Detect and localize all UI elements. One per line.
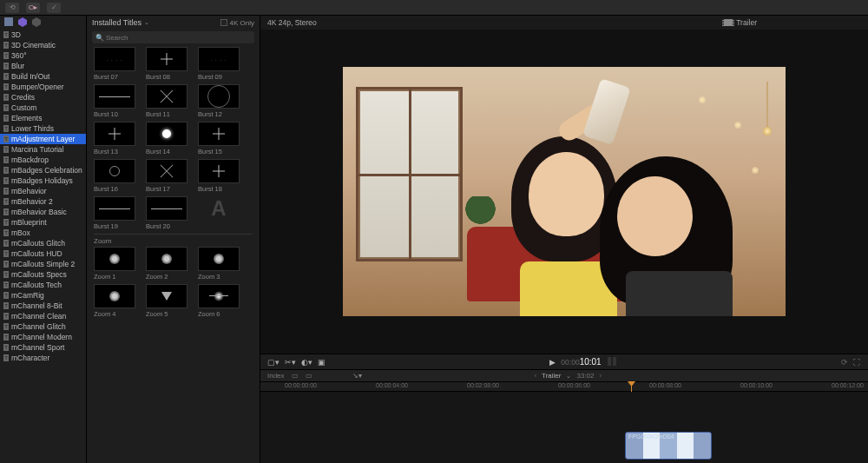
timeline-tool-icon-2[interactable]: ▭ (306, 372, 312, 380)
sidebar-item[interactable]: TmCallouts Tech (0, 280, 86, 290)
sidebar-item-label: mCallouts Glitch (11, 239, 65, 248)
sidebar-item[interactable]: TmBox (0, 228, 86, 238)
timecode-display[interactable]: 00:0010:01 (561, 357, 601, 367)
sidebar-item[interactable]: TmBackdrop (0, 155, 86, 165)
viewer-project-label: Trailer (736, 18, 757, 27)
sidebar-item[interactable]: TCredits (0, 92, 86, 103)
thumbnail[interactable]: Zoom 5 (146, 284, 187, 318)
sidebar-item[interactable]: TmCharacter (0, 353, 86, 363)
keyword-button[interactable]: O▸ (26, 3, 40, 13)
sidebar-item[interactable]: TmCallouts Simple 2 (0, 259, 86, 269)
import-button[interactable]: ⟲ (5, 3, 19, 13)
sidebar-item[interactable]: TmBadges Celebration (0, 165, 86, 175)
thumbnail[interactable]: Burst 16 (94, 159, 135, 193)
timeline[interactable]: FPG00042mD04 (260, 392, 868, 463)
sidebar-item[interactable]: TmBlueprint (0, 217, 86, 228)
thumbnail-label: Burst 08 (146, 73, 170, 81)
viewer[interactable] (260, 30, 868, 354)
title-tag-icon: T (3, 83, 9, 90)
timeline-tool-icon[interactable]: ▭ (292, 372, 299, 380)
sidebar-item[interactable]: TBuild In/Out (0, 71, 86, 82)
sidebar-item[interactable]: T3D (0, 30, 86, 40)
sidebar-item[interactable]: TmBehavior 2 (0, 196, 86, 207)
view-options-icon[interactable]: ▢▾ (267, 358, 279, 367)
sidebar-item[interactable]: TmChannel Modern (0, 332, 86, 342)
timeline-project-label[interactable]: Trailer (542, 372, 561, 380)
thumbnail[interactable]: Burst 08 (146, 47, 187, 81)
sidebar-item[interactable]: TmCallouts HUD (0, 248, 86, 259)
index-button[interactable]: Index (267, 372, 285, 380)
timeline-history-fwd-icon[interactable]: › (599, 372, 602, 380)
sidebar-item[interactable]: TmAdjustment Layer (0, 134, 86, 144)
sidebar-item[interactable]: TmChannel Sport (0, 342, 86, 353)
thumbnail-label: Burst 16 (94, 185, 118, 193)
sidebar-item[interactable]: T3D Cinematic (0, 40, 86, 50)
sidebar-item[interactable]: T360° (0, 50, 86, 61)
thumbnail-grid[interactable]: Burst 07Burst 08Burst 09Burst 10Burst 11… (87, 45, 260, 463)
thumbnail[interactable]: Burst 07 (94, 47, 135, 81)
thumbnail[interactable]: Burst 09 (198, 47, 240, 81)
title-tag-icon: T (3, 323, 9, 330)
thumbnail[interactable]: Burst 14 (146, 122, 187, 155)
thumbnail[interactable]: Burst 15 (198, 122, 240, 155)
thumbnail[interactable]: Zoom 1 (94, 247, 135, 281)
sidebar-item[interactable]: TmCallouts Glitch (0, 238, 86, 248)
title-tag-icon: T (3, 73, 9, 80)
installed-titles-dropdown[interactable]: Installed Titles ⌄ (92, 18, 149, 27)
play-button[interactable]: ▶ (549, 358, 556, 367)
category-list[interactable]: T3DT3D CinematicT360°TBlurTBuild In/OutT… (0, 30, 86, 463)
4k-only-checkbox[interactable] (220, 19, 227, 26)
sidebar-item[interactable]: TmCamRig (0, 290, 86, 301)
photos-tab-icon[interactable] (3, 17, 14, 29)
sidebar-item[interactable]: TmBehavior Basic (0, 207, 86, 217)
sidebar-item-label: Elements (11, 114, 42, 122)
thumbnail[interactable]: Zoom 2 (146, 247, 187, 281)
color-icon[interactable]: ◐▾ (301, 358, 312, 367)
thumbnail-preview (146, 247, 187, 271)
titles-tab-icon[interactable] (17, 17, 28, 29)
generators-tab-icon[interactable] (31, 17, 42, 29)
thumbnail[interactable]: A (198, 196, 240, 230)
thumbnail[interactable]: Burst 19 (94, 196, 135, 230)
search-input[interactable] (92, 31, 254, 43)
thumbnail-preview (146, 159, 187, 183)
thumbnail[interactable]: Zoom 6 (198, 284, 240, 318)
fullscreen-icon[interactable]: ⛶ (853, 358, 861, 367)
sidebar-item[interactable]: TmChannel Glitch (0, 321, 86, 332)
timeline-ruler[interactable]: 00:00:00:0000:00:04:0000:02:08:0000:00:0… (260, 381, 868, 392)
thumbnail[interactable]: Burst 10 (94, 84, 135, 118)
title-tag-icon: T (3, 136, 9, 142)
sidebar-item-label: 360° (11, 51, 27, 60)
sidebar-item[interactable]: TmChannel Clean (0, 311, 86, 321)
thumbnail-preview (94, 84, 135, 109)
sidebar-item[interactable]: TmCallouts Specs (0, 269, 86, 280)
sidebar-item[interactable]: TLower Thirds (0, 123, 86, 134)
thumbnail[interactable]: Burst 11 (146, 84, 187, 118)
sidebar-item[interactable]: TmChannel 8-Bit (0, 301, 86, 311)
timeline-history-back-icon[interactable]: ‹ (534, 372, 536, 380)
settings-icon[interactable]: ▣ (318, 358, 326, 367)
sidebar-item[interactable]: TBlur (0, 61, 86, 71)
tools-icon[interactable]: ✂▾ (285, 358, 296, 367)
sidebar-item[interactable]: TmBadges Holidays (0, 175, 86, 186)
ruler-tick: 00:00:00:00 (285, 382, 317, 388)
thumbnail[interactable]: Burst 13 (94, 122, 135, 155)
sidebar-item[interactable]: TElements (0, 113, 86, 123)
edit-tool-icon[interactable]: ↘▾ (352, 372, 362, 380)
timeline-clip[interactable]: FPG00042mD04 (625, 432, 712, 460)
loop-icon[interactable]: ⟳ (841, 358, 848, 367)
sidebar-item[interactable]: TBumper/Opener (0, 82, 86, 92)
thumbnail[interactable]: Zoom 3 (198, 247, 240, 281)
background-tasks-button[interactable]: ✓ (47, 3, 61, 13)
thumbnail[interactable]: Zoom 4 (94, 284, 135, 318)
thumbnail[interactable]: Burst 18 (198, 159, 240, 193)
sidebar-item[interactable]: TmBehavior (0, 186, 86, 196)
sidebar-item[interactable]: TCustom (0, 103, 86, 113)
thumbnail[interactable]: Burst 12 (198, 84, 240, 118)
sidebar-item[interactable]: TMarcina Tutorial (0, 144, 86, 155)
chevron-down-icon[interactable]: ⌄ (566, 373, 571, 380)
thumbnail[interactable]: Burst 20 (146, 196, 187, 230)
thumbnail[interactable]: Burst 17 (146, 159, 187, 193)
title-tag-icon: T (3, 261, 9, 268)
thumbnail-preview (94, 284, 135, 308)
